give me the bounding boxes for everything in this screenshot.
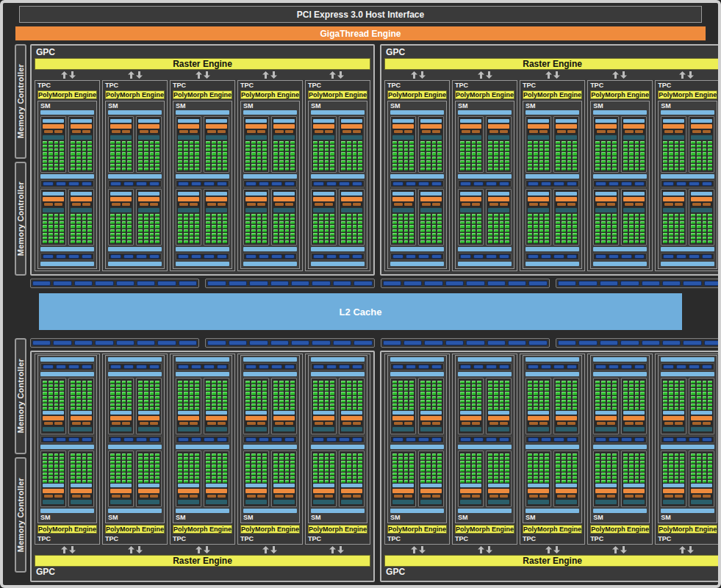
- cuda-core: [635, 141, 639, 144]
- cuda-core: [76, 473, 81, 476]
- instruction-buffer-bar: [138, 119, 159, 123]
- cuda-core: [212, 480, 216, 483]
- cuda-core: [358, 407, 362, 410]
- cuda-core: [528, 168, 532, 171]
- dispatch-units: [595, 494, 617, 498]
- cuda-core: [82, 396, 87, 399]
- dispatch-unit: [703, 495, 711, 498]
- cuda-core: [398, 233, 403, 236]
- cuda-core: [420, 381, 425, 384]
- cuda-core: [184, 404, 188, 406]
- ldst-sfu-unit: [676, 182, 687, 186]
- instruction-buffer-bar: [623, 119, 645, 123]
- cuda-core: [195, 168, 199, 171]
- dispatch-unit: [150, 495, 159, 498]
- dispatch-units: [595, 421, 617, 426]
- instruction-buffer-bar: [691, 484, 712, 487]
- instruction-buffer-bar: [110, 192, 132, 196]
- cuda-core: [494, 237, 498, 240]
- cuda-core: [404, 218, 409, 220]
- ldst-sfu-unit: [149, 365, 160, 369]
- cuda-core: [76, 400, 81, 403]
- cuda-core: [76, 229, 81, 232]
- cuda-core: [49, 461, 53, 464]
- cuda-core: [623, 221, 628, 224]
- cuda-core: [279, 392, 284, 395]
- processing-block-pair: [311, 189, 365, 245]
- cuda-core: [703, 240, 707, 243]
- cuda-core: [325, 225, 329, 228]
- cuda-core-grid: [623, 214, 645, 243]
- cuda-core: [155, 388, 159, 391]
- tpc-label: TPC: [455, 535, 514, 542]
- cuda-core: [640, 392, 645, 395]
- cuda-core: [680, 465, 684, 467]
- shared-cache-bar: [176, 262, 229, 266]
- ldst-sfu-unit: [68, 254, 79, 259]
- ldst-sfu-unit: [178, 437, 189, 442]
- cuda-core: [212, 164, 216, 167]
- instruction-buffer-bar: [623, 484, 645, 487]
- dispatch-unit: [529, 203, 538, 206]
- cuda-core: [404, 237, 409, 240]
- cuda-core: [708, 400, 712, 403]
- cuda-core: [392, 381, 397, 384]
- ldst-sfu-unit: [217, 437, 228, 442]
- ldst-sfu-unit: [217, 182, 228, 186]
- cuda-core: [675, 457, 679, 460]
- register-file-bar: [663, 427, 684, 431]
- cuda-core: [426, 225, 431, 228]
- cuda-core: [273, 164, 278, 167]
- cuda-core: [420, 218, 425, 220]
- ldst-sfu-unit: [689, 182, 700, 186]
- cuda-core: [398, 160, 403, 163]
- ldst-sfu-unit: [284, 254, 295, 259]
- cuda-core: [245, 145, 250, 148]
- texture-cache-bar: [661, 247, 714, 251]
- instruction-buffer-bar: [595, 484, 617, 487]
- cuda-core: [477, 476, 481, 479]
- cuda-core-grid: [71, 141, 92, 171]
- cuda-core: [437, 396, 442, 399]
- texture-cache-bar: [40, 445, 94, 449]
- cuda-core: [477, 404, 481, 406]
- ldst-sfu-unit: [634, 365, 645, 369]
- cuda-core: [330, 453, 334, 456]
- cuda-core: [54, 465, 59, 467]
- cuda-core: [426, 469, 431, 472]
- cuda-core: [437, 453, 442, 456]
- cuda-core: [612, 384, 617, 387]
- cuda-core: [60, 229, 64, 232]
- processing-block: [621, 116, 647, 173]
- cuda-core: [138, 148, 143, 151]
- cuda-core: [500, 457, 504, 460]
- dispatch-unit: [315, 203, 323, 206]
- cuda-core: [505, 476, 509, 479]
- cuda-core: [539, 457, 544, 460]
- dispatch-unit: [489, 130, 498, 133]
- cuda-core: [262, 214, 267, 217]
- cuda-core: [556, 465, 560, 467]
- polymorph-engine-bar: PolyMorph Engine: [105, 90, 165, 99]
- ldst-sfu-row: [243, 436, 297, 443]
- dispatch-units: [206, 129, 227, 134]
- tpc-label: TPC: [173, 535, 232, 542]
- cuda-core: [500, 141, 504, 144]
- rop-unit: [179, 281, 197, 286]
- cuda-core: [127, 473, 132, 476]
- cuda-core: [76, 396, 81, 399]
- up-down-arrows-icon: [127, 546, 143, 553]
- cuda-core: [545, 168, 549, 171]
- cuda-core: [87, 407, 92, 410]
- cuda-core: [494, 225, 498, 228]
- ldst-sfu-row: [40, 253, 94, 260]
- cuda-core: [488, 457, 492, 460]
- cuda-core-grid: [206, 453, 227, 483]
- cuda-core: [629, 480, 634, 483]
- dispatch-unit: [150, 422, 159, 425]
- warp-scheduler-bar: [556, 124, 577, 129]
- cuda-core: [488, 168, 492, 171]
- cuda-core: [466, 469, 470, 472]
- cuda-core: [285, 384, 290, 387]
- flow-arrow-cell: [35, 545, 101, 554]
